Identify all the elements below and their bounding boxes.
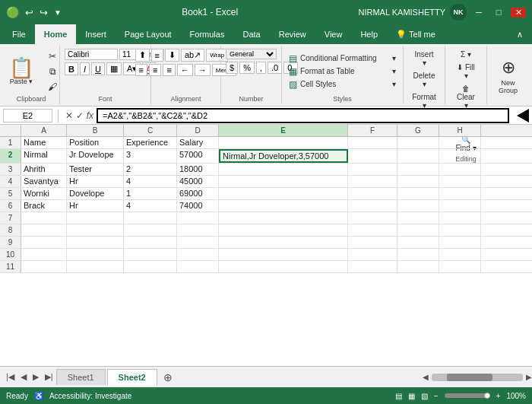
cell-d7[interactable] bbox=[177, 212, 219, 224]
align-top-button[interactable]: ⬆ bbox=[135, 49, 150, 62]
tab-view[interactable]: View bbox=[315, 24, 352, 44]
cell-h8[interactable] bbox=[439, 224, 481, 236]
cell-f2[interactable] bbox=[348, 149, 397, 163]
view-normal-icon[interactable]: ▤ bbox=[395, 392, 402, 400]
cell-c6[interactable]: 4 bbox=[124, 200, 177, 212]
redo-button[interactable]: ↪ bbox=[40, 7, 48, 18]
cell-a4[interactable]: Savantya bbox=[21, 176, 67, 187]
number-format-select[interactable]: General bbox=[226, 49, 277, 59]
cell-c4[interactable]: 4 bbox=[124, 176, 177, 187]
tab-help[interactable]: Help bbox=[351, 24, 387, 44]
zoom-slider[interactable] bbox=[445, 393, 490, 398]
cell-styles-button[interactable]: ▧ Cell Styles ▾ bbox=[287, 78, 398, 91]
align-left-button[interactable]: ≡ bbox=[135, 64, 147, 76]
cell-f5[interactable] bbox=[348, 188, 397, 199]
cell-c7[interactable] bbox=[124, 212, 177, 224]
cell-c3[interactable]: 2 bbox=[124, 164, 177, 175]
font-name-input[interactable] bbox=[65, 49, 118, 60]
zoom-plus[interactable]: + bbox=[496, 392, 501, 400]
cell-c10[interactable] bbox=[124, 249, 177, 260]
cell-f9[interactable] bbox=[348, 237, 397, 248]
cell-c9[interactable] bbox=[124, 237, 177, 248]
underline-button[interactable]: U bbox=[91, 62, 105, 75]
cell-h9[interactable] bbox=[439, 237, 481, 248]
align-middle-button[interactable]: ≡ bbox=[151, 49, 163, 62]
cell-reference-input[interactable] bbox=[3, 109, 52, 122]
paste-button[interactable]: 📋 Paste ▾ bbox=[5, 56, 37, 87]
tab-data[interactable]: Data bbox=[233, 24, 269, 44]
delete-cells-button[interactable]: Delete ▾ bbox=[407, 70, 441, 90]
cell-h4[interactable] bbox=[439, 176, 481, 187]
zoom-minus[interactable]: − bbox=[434, 392, 439, 400]
cell-d10[interactable] bbox=[177, 249, 219, 260]
cell-a2[interactable]: Nirmal bbox=[21, 149, 67, 163]
sheet-nav-next[interactable]: ▶ bbox=[30, 371, 42, 383]
cell-c2[interactable]: 3 bbox=[124, 149, 177, 163]
cell-a9[interactable] bbox=[21, 237, 67, 248]
cell-e6[interactable] bbox=[219, 200, 348, 212]
cell-a8[interactable] bbox=[21, 224, 67, 236]
cell-b8[interactable] bbox=[67, 224, 124, 236]
format-painter-button[interactable]: 🖌 bbox=[43, 80, 62, 94]
sheet-tab-sheet2[interactable]: Sheet2 bbox=[107, 369, 157, 386]
cell-f3[interactable] bbox=[348, 164, 397, 175]
cell-e3[interactable] bbox=[219, 164, 348, 175]
cell-e9[interactable] bbox=[219, 237, 348, 248]
maximize-button[interactable]: □ bbox=[491, 8, 506, 17]
cell-a10[interactable] bbox=[21, 249, 67, 260]
cell-g3[interactable] bbox=[397, 164, 439, 175]
indent-more-button[interactable]: → bbox=[195, 64, 211, 76]
tab-insert[interactable]: Insert bbox=[76, 24, 116, 44]
cell-f7[interactable] bbox=[348, 212, 397, 224]
insert-function-icon[interactable]: fx bbox=[87, 110, 93, 121]
cell-d5[interactable]: 69000 bbox=[177, 188, 219, 199]
cell-b6[interactable]: Hr bbox=[67, 200, 124, 212]
tab-home[interactable]: Home bbox=[35, 24, 77, 44]
cell-e7[interactable] bbox=[219, 212, 348, 224]
tab-formulas[interactable]: Formulas bbox=[181, 24, 234, 44]
comma-button[interactable]: , bbox=[256, 62, 266, 74]
formula-input[interactable] bbox=[97, 108, 509, 123]
conditional-formatting-button[interactable]: ▤ Conditional Formatting ▾ bbox=[287, 52, 398, 65]
cell-c1[interactable]: Experience bbox=[124, 137, 177, 148]
cell-d4[interactable]: 45000 bbox=[177, 176, 219, 187]
cell-b9[interactable] bbox=[67, 237, 124, 248]
tab-page-layout[interactable]: Page Layout bbox=[116, 24, 181, 44]
cell-d3[interactable]: 18000 bbox=[177, 164, 219, 175]
cell-b11[interactable] bbox=[67, 261, 124, 272]
cell-c8[interactable] bbox=[124, 224, 177, 236]
cell-f10[interactable] bbox=[348, 249, 397, 260]
cell-d2[interactable]: 57000 bbox=[177, 149, 219, 163]
cell-f8[interactable] bbox=[348, 224, 397, 236]
bold-button[interactable]: B bbox=[65, 62, 78, 75]
cell-b4[interactable]: Hr bbox=[67, 176, 124, 187]
cell-g11[interactable] bbox=[397, 261, 439, 272]
cell-b1[interactable]: Position bbox=[67, 137, 124, 148]
tab-tell-me[interactable]: 💡 Tell me bbox=[387, 24, 445, 44]
italic-button[interactable]: I bbox=[80, 62, 90, 75]
cell-g5[interactable] bbox=[397, 188, 439, 199]
cell-d9[interactable] bbox=[177, 237, 219, 248]
cell-g7[interactable] bbox=[397, 212, 439, 224]
cell-f4[interactable] bbox=[348, 176, 397, 187]
sheet-nav-last[interactable]: ▶| bbox=[42, 371, 56, 383]
cell-h1[interactable] bbox=[439, 137, 481, 148]
align-bottom-button[interactable]: ⬇ bbox=[165, 49, 179, 62]
cell-d1[interactable]: Salary bbox=[177, 137, 219, 148]
cell-f11[interactable] bbox=[348, 261, 397, 272]
cell-b3[interactable]: Tester bbox=[67, 164, 124, 175]
text-direction-button[interactable]: ab↗ bbox=[181, 49, 204, 62]
cell-h11[interactable] bbox=[439, 261, 481, 272]
cell-g2[interactable] bbox=[397, 149, 439, 163]
cell-b2[interactable]: Jr Dovelope bbox=[67, 149, 124, 163]
insert-cells-button[interactable]: Insert ▾ bbox=[407, 49, 441, 68]
cell-e10[interactable] bbox=[219, 249, 348, 260]
align-right-button[interactable]: ≡ bbox=[163, 64, 175, 76]
cell-d6[interactable]: 74000 bbox=[177, 200, 219, 212]
cell-d8[interactable] bbox=[177, 224, 219, 236]
cell-e5[interactable] bbox=[219, 188, 348, 199]
cell-e11[interactable] bbox=[219, 261, 348, 272]
cell-a11[interactable] bbox=[21, 261, 67, 272]
currency-button[interactable]: $ bbox=[226, 62, 238, 74]
sheet-tab-sheet1[interactable]: Sheet1 bbox=[56, 369, 106, 385]
